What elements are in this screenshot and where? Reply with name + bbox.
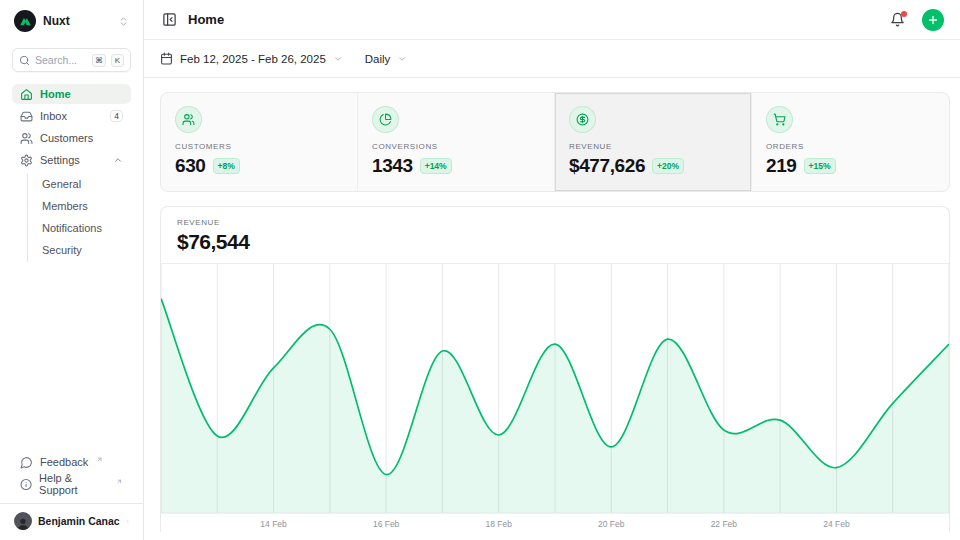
stat-label: CONVERSIONS xyxy=(372,142,540,151)
content: CUSTOMERS 630 +8% CONVERSIONS 1343 +14% xyxy=(144,78,960,540)
chevrons-up-down-icon xyxy=(118,16,129,27)
search-field[interactable] xyxy=(35,54,87,66)
sidebar-item-members[interactable]: Members xyxy=(28,196,131,216)
calendar-icon xyxy=(160,52,173,65)
inbox-count-badge: 4 xyxy=(110,110,123,122)
stat-card-revenue[interactable]: REVENUE $477,626 +20% xyxy=(555,93,752,191)
users-icon xyxy=(20,132,33,145)
shopping-cart-icon xyxy=(773,113,786,126)
sidebar-item-notifications[interactable]: Notifications xyxy=(28,218,131,238)
revenue-chart-card: REVENUE $76,544 14 Feb16 Feb18 Feb20 Feb… xyxy=(160,206,950,532)
chart-metric-value: $76,544 xyxy=(177,230,933,254)
svg-text:24 Feb: 24 Feb xyxy=(823,519,850,529)
kbd-cmd: ⌘ xyxy=(92,54,106,67)
svg-text:22 Feb: 22 Feb xyxy=(711,519,738,529)
plus-icon xyxy=(927,14,939,26)
chevron-down-icon xyxy=(333,54,343,64)
stat-label: CUSTOMERS xyxy=(175,142,343,151)
feedback-link[interactable]: Feedback xyxy=(12,451,131,473)
external-link-icon xyxy=(96,456,103,463)
stat-value: 219 xyxy=(766,155,797,177)
main-area: Home Feb 12, 2025 - Feb 26, 2025 Daily xyxy=(144,0,960,540)
circle-dollar-icon xyxy=(576,113,589,126)
svg-text:18 Feb: 18 Feb xyxy=(486,519,513,529)
team-name: Nuxt xyxy=(43,14,111,28)
sidebar-item-label: Settings xyxy=(40,154,106,166)
sidebar-item-label: Inbox xyxy=(40,110,103,122)
topbar: Home xyxy=(144,0,960,40)
notification-dot xyxy=(901,11,907,17)
sidebar-item-settings[interactable]: Settings xyxy=(12,150,131,170)
chart-pie-icon xyxy=(379,113,392,126)
sidebar: Nuxt ⌘ K Home Inbox 4 Customers xyxy=(0,0,144,540)
chart-plot-area: 14 Feb16 Feb18 Feb20 Feb22 Feb24 Feb xyxy=(161,264,949,532)
user-name: Benjamin Canac xyxy=(38,515,120,527)
app-window: Nuxt ⌘ K Home Inbox 4 Customers xyxy=(0,0,960,540)
chat-bubble-icon xyxy=(20,456,33,469)
home-icon xyxy=(20,88,33,101)
kbd-k: K xyxy=(111,54,124,67)
panel-left-close-icon xyxy=(162,12,177,27)
sidebar-item-customers[interactable]: Customers xyxy=(12,128,131,148)
stat-value: 1343 xyxy=(372,155,413,177)
stat-delta-badge: +8% xyxy=(213,158,240,174)
team-switcher[interactable]: Nuxt xyxy=(12,0,131,42)
sidebar-spacer xyxy=(12,264,131,451)
search-input[interactable]: ⌘ K xyxy=(12,48,131,72)
stat-delta-badge: +15% xyxy=(804,158,836,174)
add-button[interactable] xyxy=(922,9,944,31)
stat-card-customers[interactable]: CUSTOMERS 630 +8% xyxy=(161,93,358,191)
sidebar-item-home[interactable]: Home xyxy=(12,84,131,104)
chevrons-up-down-icon xyxy=(126,516,129,527)
stat-delta-badge: +20% xyxy=(652,158,684,174)
sidebar-item-security[interactable]: Security xyxy=(28,240,131,260)
toolbar: Feb 12, 2025 - Feb 26, 2025 Daily xyxy=(144,40,960,78)
chevron-up-icon xyxy=(113,155,123,165)
sidebar-collapse-button[interactable] xyxy=(160,10,179,29)
sidebar-item-general[interactable]: General xyxy=(28,174,131,194)
gear-icon xyxy=(20,154,33,167)
info-circle-icon xyxy=(20,478,32,491)
stat-card-conversions[interactable]: CONVERSIONS 1343 +14% xyxy=(358,93,555,191)
stat-label: REVENUE xyxy=(569,142,737,151)
users-icon xyxy=(182,113,195,126)
chart-header: REVENUE $76,544 xyxy=(161,207,949,264)
inbox-icon xyxy=(20,110,33,123)
revenue-area-chart: 14 Feb16 Feb18 Feb20 Feb22 Feb24 Feb xyxy=(161,264,949,532)
stat-value: $477,626 xyxy=(569,155,645,177)
stat-card-orders[interactable]: ORDERS 219 +15% xyxy=(752,93,949,191)
date-range-label: Feb 12, 2025 - Feb 26, 2025 xyxy=(180,53,326,65)
user-menu[interactable]: Benjamin Canac xyxy=(0,503,143,540)
sidebar-nav: Home Inbox 4 Customers Settings General … xyxy=(12,84,131,264)
help-support-link[interactable]: Help & Support xyxy=(12,473,131,495)
date-range-picker[interactable]: Feb 12, 2025 - Feb 26, 2025 xyxy=(160,52,343,65)
notifications-button[interactable] xyxy=(888,10,907,29)
settings-submenu: General Members Notifications Security xyxy=(27,174,131,262)
user-avatar xyxy=(14,512,32,530)
period-label: Daily xyxy=(365,53,391,65)
chart-metric-label: REVENUE xyxy=(177,218,933,227)
sidebar-item-label: Home xyxy=(40,88,123,100)
sidebar-footer: Feedback Help & Support xyxy=(12,451,131,499)
sidebar-item-inbox[interactable]: Inbox 4 xyxy=(12,106,131,126)
help-support-label: Help & Support xyxy=(39,472,108,496)
feedback-label: Feedback xyxy=(40,456,88,468)
stat-value: 630 xyxy=(175,155,206,177)
external-link-icon xyxy=(116,478,123,485)
svg-text:16 Feb: 16 Feb xyxy=(373,519,400,529)
period-select[interactable]: Daily xyxy=(365,53,408,65)
svg-text:20 Feb: 20 Feb xyxy=(598,519,625,529)
chevron-down-icon xyxy=(397,54,407,64)
nuxt-logo-icon xyxy=(14,10,36,32)
search-icon xyxy=(19,55,30,66)
stat-delta-badge: +14% xyxy=(420,158,452,174)
sidebar-item-label: Customers xyxy=(40,132,123,144)
page-title: Home xyxy=(188,12,879,27)
svg-text:14 Feb: 14 Feb xyxy=(260,519,287,529)
stats-panel: CUSTOMERS 630 +8% CONVERSIONS 1343 +14% xyxy=(160,92,950,192)
stat-label: ORDERS xyxy=(766,142,935,151)
